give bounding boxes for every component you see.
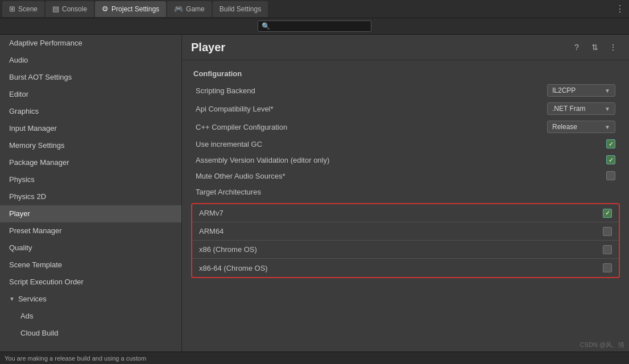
sidebar-item-quality[interactable]: Quality bbox=[0, 239, 181, 257]
sidebar-item-label: Burst AOT Settings bbox=[9, 73, 72, 81]
architectures-label-row: Target Architectures bbox=[191, 184, 620, 200]
sidebar-item-editor[interactable]: Editor bbox=[0, 86, 181, 103]
sidebar-item-audio[interactable]: Audio bbox=[0, 52, 181, 69]
sidebar-item-services[interactable]: ▼Services bbox=[0, 291, 181, 308]
more-icon-button[interactable]: ⋮ bbox=[606, 40, 620, 54]
page-title: Player bbox=[191, 41, 570, 54]
search-wrap: 🔍 bbox=[258, 20, 371, 32]
dropdown-arrow-icon: ▼ bbox=[605, 124, 610, 130]
tab-bar: ⊞ Scene ▤ Console ⚙ Project Settings 🎮 G… bbox=[0, 0, 629, 18]
dropdown-cpp-compiler[interactable]: Release▼ bbox=[547, 121, 615, 133]
setting-control-mute-audio bbox=[606, 171, 615, 180]
sidebar-item-input-manager[interactable]: Input Manager bbox=[0, 120, 181, 137]
sidebar-item-label: Adaptive Performance bbox=[9, 39, 82, 47]
search-bar: 🔍 bbox=[0, 18, 629, 35]
setting-label-api-compat: Api Compatibility Level* bbox=[196, 105, 547, 113]
sidebar-item-label: Physics bbox=[9, 175, 35, 184]
tab-project-settings[interactable]: ⚙ Project Settings bbox=[95, 1, 166, 17]
sidebar-item-burst-aot[interactable]: Burst AOT Settings bbox=[0, 69, 181, 86]
tab-console-label: Console bbox=[62, 5, 87, 13]
tab-game-label: Game bbox=[186, 5, 205, 13]
sidebar-item-cloud-build[interactable]: Cloud Build bbox=[0, 325, 181, 342]
setting-control-incremental-gc: ✓ bbox=[606, 139, 615, 148]
search-icon: 🔍 bbox=[262, 22, 270, 30]
tab-game[interactable]: 🎮 Game bbox=[167, 1, 212, 17]
sidebar-item-memory-settings[interactable]: Memory Settings bbox=[0, 137, 181, 154]
setting-row-api-compat: Api Compatibility Level*.NET Fram▼ bbox=[191, 100, 620, 118]
tab-console[interactable]: ▤ Console bbox=[45, 1, 94, 17]
content-header: Player ? ⇅ ⋮ bbox=[182, 35, 629, 60]
dropdown-value-api-compat: .NET Fram bbox=[552, 105, 585, 113]
dropdown-arrow-icon: ▼ bbox=[605, 106, 610, 112]
tab-scene[interactable]: ⊞ Scene bbox=[2, 1, 44, 17]
sidebar-item-graphics[interactable]: Graphics bbox=[0, 103, 181, 120]
section-title: Configuration bbox=[191, 69, 620, 78]
tab-bar-end: ⋮ bbox=[613, 2, 627, 16]
search-input[interactable] bbox=[272, 22, 363, 30]
sidebar-item-label: Audio bbox=[9, 56, 28, 64]
sidebar-item-label: Package Manager bbox=[9, 158, 69, 167]
arch-row-arm64: ARM64 bbox=[192, 222, 619, 241]
console-icon: ▤ bbox=[52, 5, 59, 13]
tab-project-settings-label: Project Settings bbox=[111, 5, 159, 13]
game-icon: 🎮 bbox=[174, 5, 183, 13]
dropdown-api-compat[interactable]: .NET Fram▼ bbox=[547, 102, 615, 115]
sidebar-item-scene-template[interactable]: Scene Template bbox=[0, 257, 181, 274]
sidebar-item-script-execution-order[interactable]: Script Execution Order bbox=[0, 274, 181, 291]
setting-row-scripting-backend: Scripting BackendIL2CPP▼ bbox=[191, 81, 620, 100]
checkbox-assembly-validation[interactable]: ✓ bbox=[606, 155, 615, 164]
arch-row-x86-64-chrome: x86-64 (Chrome OS) bbox=[192, 259, 619, 277]
setting-label-assembly-validation: Assembly Version Validation (editor only… bbox=[196, 156, 606, 164]
sidebar-item-adaptive-performance[interactable]: Adaptive Performance bbox=[0, 35, 181, 52]
sidebar-item-package-manager[interactable]: Package Manager bbox=[0, 154, 181, 171]
arch-label-x86-64-chrome: x86-64 (Chrome OS) bbox=[199, 264, 603, 272]
setting-row-assembly-validation: Assembly Version Validation (editor only… bbox=[191, 152, 620, 168]
setting-control-cpp-compiler: Release▼ bbox=[547, 121, 615, 133]
setting-row-incremental-gc: Use incremental GC✓ bbox=[191, 136, 620, 152]
dropdown-arrow-icon: ▼ bbox=[605, 88, 610, 94]
setting-control-scripting-backend: IL2CPP▼ bbox=[547, 84, 615, 97]
sidebar-item-physics-2d[interactable]: Physics 2D bbox=[0, 188, 181, 205]
setting-control-assembly-validation: ✓ bbox=[606, 155, 615, 164]
checkbox-incremental-gc[interactable]: ✓ bbox=[606, 139, 615, 148]
setting-label-scripting-backend: Scripting Backend bbox=[196, 86, 547, 95]
sidebar-item-ads[interactable]: Ads bbox=[0, 308, 181, 325]
arch-label-x86-chrome: x86 (Chrome OS) bbox=[199, 245, 603, 254]
sidebar-item-physics[interactable]: Physics bbox=[0, 171, 181, 188]
sidebar-item-label: Editor bbox=[9, 90, 28, 98]
status-text: You are making a release build and using… bbox=[5, 355, 146, 362]
setting-row-cpp-compiler: C++ Compiler ConfigurationRelease▼ bbox=[191, 118, 620, 136]
sidebar-item-label: Services bbox=[18, 295, 47, 303]
sidebar-item-label: Scene Template bbox=[9, 260, 62, 269]
sidebar-item-label: Cloud Build bbox=[20, 329, 59, 337]
scene-icon: ⊞ bbox=[9, 5, 15, 13]
sidebar-item-label: Physics 2D bbox=[9, 192, 46, 201]
arch-checkbox-x86-64-chrome[interactable] bbox=[603, 263, 612, 272]
checkbox-mute-audio[interactable] bbox=[606, 171, 615, 180]
status-bar: You are making a release build and using… bbox=[0, 351, 629, 364]
setting-control-api-compat: .NET Fram▼ bbox=[547, 102, 615, 115]
settings-container: Scripting BackendIL2CPP▼Api Compatibilit… bbox=[191, 81, 620, 184]
sidebar-item-player[interactable]: Player bbox=[0, 205, 181, 222]
sidebar-item-label: Player bbox=[9, 209, 30, 218]
tab-build-settings[interactable]: Build Settings bbox=[213, 1, 268, 17]
header-icons: ? ⇅ ⋮ bbox=[570, 40, 620, 54]
arch-row-x86-chrome: x86 (Chrome OS) bbox=[192, 241, 619, 259]
dropdown-value-scripting-backend: IL2CPP bbox=[552, 86, 576, 94]
sidebar-item-label: Graphics bbox=[9, 107, 39, 115]
setting-row-mute-audio: Mute Other Audio Sources* bbox=[191, 168, 620, 184]
tab-bar-menu-button[interactable]: ⋮ bbox=[613, 2, 627, 16]
sort-icon-button[interactable]: ⇅ bbox=[588, 40, 602, 54]
architectures-section: ARMv7✓ARM64x86 (Chrome OS)x86-64 (Chrome… bbox=[191, 203, 620, 278]
tab-build-settings-label: Build Settings bbox=[220, 5, 261, 13]
sidebar: Adaptive PerformanceAudioBurst AOT Setti… bbox=[0, 35, 182, 351]
arch-checkbox-armv7[interactable]: ✓ bbox=[603, 209, 612, 218]
arch-checkbox-arm64[interactable] bbox=[603, 227, 612, 236]
sidebar-item-label: Preset Manager bbox=[9, 226, 62, 235]
dropdown-scripting-backend[interactable]: IL2CPP▼ bbox=[547, 84, 615, 97]
architectures-label: Target Architectures bbox=[196, 188, 615, 196]
arch-checkbox-x86-chrome[interactable] bbox=[603, 245, 612, 254]
help-icon-button[interactable]: ? bbox=[570, 40, 584, 54]
arch-row-armv7: ARMv7✓ bbox=[192, 204, 619, 222]
sidebar-item-preset-manager[interactable]: Preset Manager bbox=[0, 222, 181, 239]
